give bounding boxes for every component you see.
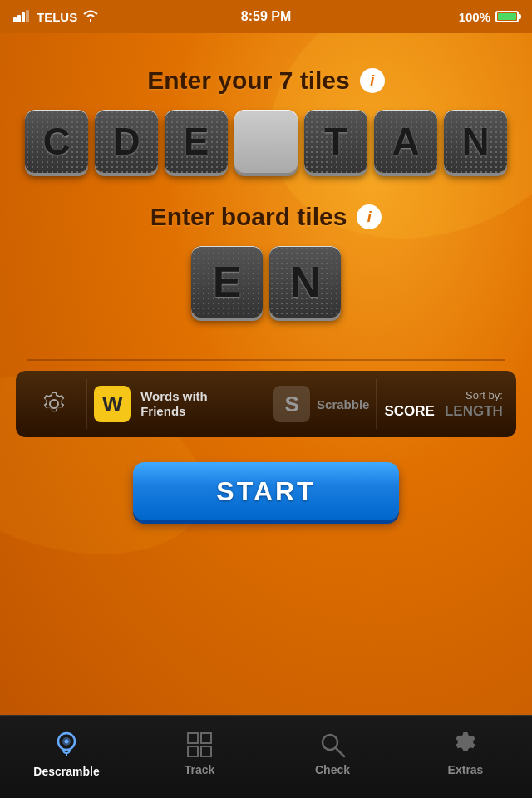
board-tiles-title: Enter board tiles i <box>150 203 382 231</box>
settings-bar: W Words with Friends S Scrabble Sort by:… <box>16 371 516 437</box>
sort-score-button[interactable]: SCORE <box>384 403 434 420</box>
tile-C[interactable]: C <box>25 110 88 173</box>
tab-track-label: Track <box>185 763 215 776</box>
my-tiles-row: C D E T A N <box>25 110 507 173</box>
tab-extras-label: Extras <box>448 763 484 776</box>
track-icon <box>186 732 213 758</box>
board-tiles-row: E N <box>191 246 341 318</box>
sort-section: Sort by: SCORE LENGTH <box>384 389 502 420</box>
tab-track[interactable]: Track <box>133 716 266 798</box>
settings-divider-1 <box>86 379 87 429</box>
scrabble-label: Scrabble <box>317 397 369 411</box>
tile-T[interactable]: T <box>304 110 367 173</box>
tile-A[interactable]: A <box>374 110 437 173</box>
tile-E[interactable]: E <box>165 110 228 173</box>
status-bar: TELUS 8:59 PM 100% <box>0 0 532 33</box>
svg-rect-1 <box>17 15 21 22</box>
tile-blank[interactable] <box>234 110 298 173</box>
wwf-badge[interactable]: W <box>94 386 131 422</box>
tab-descramble-label: Descramble <box>33 765 99 778</box>
svg-rect-11 <box>201 746 211 756</box>
board-tile-N[interactable]: N <box>269 246 341 318</box>
board-tile-E[interactable]: E <box>191 246 263 318</box>
tab-extras[interactable]: Extras <box>399 716 532 798</box>
sort-label: Sort by: <box>466 389 503 401</box>
signal-icon <box>13 9 32 25</box>
svg-rect-3 <box>26 10 29 22</box>
scrabble-badge[interactable]: S <box>273 386 310 422</box>
extras-icon <box>452 732 479 758</box>
battery-icon <box>495 11 519 22</box>
svg-rect-9 <box>201 733 211 743</box>
game-options: W Words with Friends S Scrabble <box>94 386 369 422</box>
svg-rect-8 <box>188 733 198 743</box>
board-tiles-info-button[interactable]: i <box>357 204 382 229</box>
start-button[interactable]: START <box>133 462 399 520</box>
svg-rect-2 <box>22 12 25 22</box>
sort-length-button[interactable]: LENGTH <box>445 403 503 420</box>
my-tiles-title: Enter your 7 tiles i <box>147 66 384 95</box>
svg-line-13 <box>336 748 344 756</box>
status-time: 8:59 PM <box>241 9 291 24</box>
carrier-name: TELUS <box>37 10 77 24</box>
wwf-label: Words with Friends <box>140 389 254 419</box>
svg-rect-0 <box>13 17 17 22</box>
wifi-icon <box>82 9 99 25</box>
divider <box>27 359 505 361</box>
svg-rect-10 <box>188 746 198 756</box>
check-icon <box>319 732 346 758</box>
tab-check[interactable]: Check <box>266 716 399 798</box>
tab-check-label: Check <box>315 763 350 776</box>
tab-bar: Descramble Track Check Extras <box>0 715 532 798</box>
tile-D[interactable]: D <box>95 110 158 173</box>
my-tiles-info-button[interactable]: i <box>360 68 385 93</box>
svg-point-7 <box>65 739 69 743</box>
tile-N[interactable]: N <box>444 110 507 173</box>
descramble-icon <box>53 730 80 760</box>
settings-divider-2 <box>376 379 377 429</box>
tab-descramble[interactable]: Descramble <box>0 716 133 798</box>
battery-percentage: 100% <box>459 10 490 24</box>
settings-gear-button[interactable] <box>29 379 79 429</box>
